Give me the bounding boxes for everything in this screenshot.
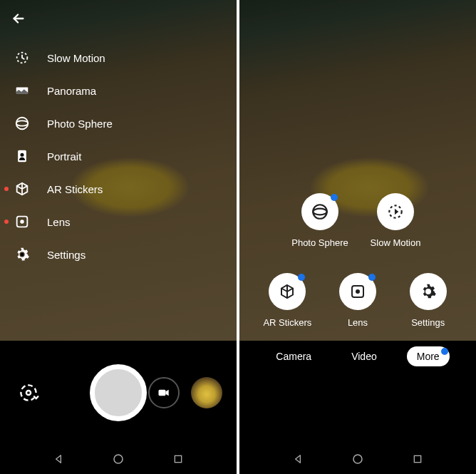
back-button[interactable]: [6, 6, 31, 31]
svg-point-13: [313, 205, 327, 219]
nav-back-button[interactable]: [289, 450, 306, 468]
square-recents-icon: [172, 453, 184, 465]
slow-motion-icon: [377, 193, 414, 230]
portrait-icon: [13, 148, 31, 164]
settings-icon: [410, 273, 447, 310]
photosphere-icon: [13, 115, 31, 131]
new-indicator-dot: [331, 194, 338, 201]
menu-item-photo-sphere[interactable]: Photo Sphere: [0, 107, 237, 140]
ar-stickers-icon: [13, 181, 31, 197]
ar-stickers-icon: [269, 273, 306, 310]
nav-home-button[interactable]: [110, 450, 127, 468]
left-screenshot: Slow Motion Panorama Photo Sphere Portra…: [0, 0, 237, 474]
circle-home-icon: [112, 453, 125, 465]
nav-recents-button[interactable]: [409, 450, 426, 468]
menu-item-lens[interactable]: Lens: [0, 205, 237, 238]
more-modes-row1: Photo Sphere Slow Motion: [239, 193, 476, 248]
svg-point-8: [21, 253, 24, 257]
mode-tab-camera[interactable]: Camera: [266, 346, 321, 366]
menu-label: Lens: [47, 216, 71, 228]
android-navbar: [239, 444, 476, 474]
more-label: Slow Motion: [371, 237, 421, 248]
lens-icon: [13, 214, 31, 230]
lens-icon: [339, 273, 376, 310]
svg-point-3: [16, 120, 29, 125]
svg-point-9: [26, 390, 31, 394]
svg-point-2: [16, 118, 29, 130]
triangle-back-icon: [53, 453, 64, 465]
android-navbar: [0, 444, 237, 474]
more-item-ar-stickers[interactable]: AR Stickers: [263, 273, 311, 328]
video-icon: [157, 386, 171, 400]
new-indicator-dot: [4, 220, 9, 224]
svg-rect-10: [159, 389, 166, 395]
menu-label: Portrait: [47, 150, 81, 163]
menu-label: Panorama: [47, 85, 96, 97]
svg-rect-12: [175, 455, 181, 462]
new-indicator-dot: [4, 187, 9, 191]
more-modes-row2: AR Stickers Lens Settings: [239, 273, 476, 328]
menu-item-portrait[interactable]: Portrait: [0, 140, 237, 172]
menu-label: Slow Motion: [47, 52, 105, 64]
menu-label: Settings: [47, 249, 86, 261]
svg-point-14: [313, 209, 327, 215]
more-item-settings[interactable]: Settings: [410, 273, 447, 328]
panorama-icon: [13, 83, 31, 98]
more-label: Settings: [411, 317, 445, 328]
mode-label: Video: [351, 351, 377, 362]
svg-point-11: [114, 455, 123, 463]
mode-tab-video[interactable]: Video: [341, 346, 387, 366]
shutter-bar: [0, 341, 237, 444]
right-screenshot: Photo Sphere Slow Motion AR Stickers: [239, 0, 476, 474]
nav-recents-button[interactable]: [170, 450, 187, 468]
menu-item-panorama[interactable]: Panorama: [0, 74, 237, 107]
mode-tab-more[interactable]: More: [407, 346, 450, 366]
arrow-left-icon: [11, 11, 26, 26]
switch-camera-icon: [17, 381, 40, 404]
mode-selector-bar: Camera Video More: [239, 342, 476, 371]
menu-item-slow-motion[interactable]: Slow Motion: [0, 41, 237, 74]
camera-viewfinder: Slow Motion Panorama Photo Sphere Portra…: [0, 0, 237, 341]
new-indicator-dot: [298, 274, 305, 281]
shutter-button[interactable]: [90, 364, 147, 421]
menu-label: Photo Sphere: [47, 118, 113, 130]
video-mode-button[interactable]: [148, 377, 180, 408]
svg-rect-20: [414, 455, 420, 462]
circle-home-icon: [351, 453, 364, 465]
nav-home-button[interactable]: [349, 450, 366, 468]
svg-point-17: [356, 290, 359, 293]
triangle-back-icon: [292, 453, 304, 465]
gallery-thumbnail[interactable]: [191, 377, 222, 408]
more-label: AR Stickers: [263, 317, 311, 328]
more-label: Lens: [348, 317, 368, 328]
square-recents-icon: [412, 453, 423, 465]
svg-point-18: [426, 290, 430, 294]
modes-menu: Slow Motion Panorama Photo Sphere Portra…: [0, 41, 237, 271]
mode-label: Camera: [276, 351, 311, 362]
svg-point-5: [21, 153, 24, 157]
slow-motion-icon: [13, 50, 31, 66]
new-indicator-dot: [441, 348, 448, 355]
more-item-photo-sphere[interactable]: Photo Sphere: [291, 193, 348, 248]
more-label: Photo Sphere: [291, 237, 348, 248]
more-item-slow-motion[interactable]: Slow Motion: [371, 193, 421, 248]
nav-back-button[interactable]: [50, 450, 67, 468]
menu-item-settings[interactable]: Settings: [0, 238, 237, 271]
photosphere-icon: [301, 193, 338, 230]
more-item-lens[interactable]: Lens: [339, 273, 376, 328]
menu-label: AR Stickers: [47, 183, 103, 195]
menu-item-ar-stickers[interactable]: AR Stickers: [0, 172, 237, 205]
svg-point-19: [353, 455, 362, 463]
mode-label: More: [417, 351, 440, 362]
camera-viewfinder: Photo Sphere Slow Motion AR Stickers: [239, 0, 476, 341]
new-indicator-dot: [368, 274, 376, 281]
svg-point-7: [21, 220, 24, 223]
switch-camera-button[interactable]: [13, 377, 44, 408]
settings-icon: [13, 247, 31, 262]
